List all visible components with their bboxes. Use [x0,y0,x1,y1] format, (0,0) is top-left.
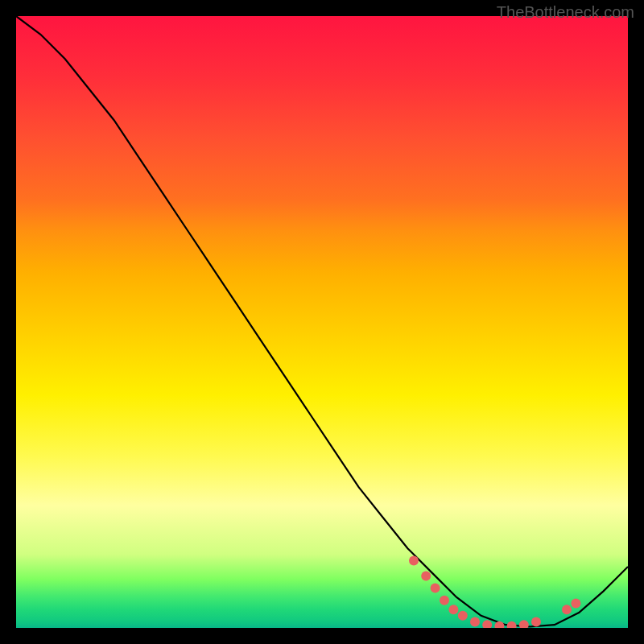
curve-group [16,16,628,627]
data-point [571,599,580,609]
watermark-text: TheBottleneck.com [497,3,634,22]
data-point [531,617,541,626]
bottleneck-curve [16,16,628,627]
data-point [458,611,468,621]
dots-group [409,555,580,628]
data-point [448,605,458,614]
data-point [431,584,440,593]
data-point [421,571,431,580]
data-point [409,555,419,565]
data-point [470,617,480,626]
data-point [562,605,572,614]
data-point [519,620,529,628]
data-point [440,596,449,605]
data-point [482,620,492,628]
data-point [507,621,517,628]
chart-curve-layer [16,16,628,628]
